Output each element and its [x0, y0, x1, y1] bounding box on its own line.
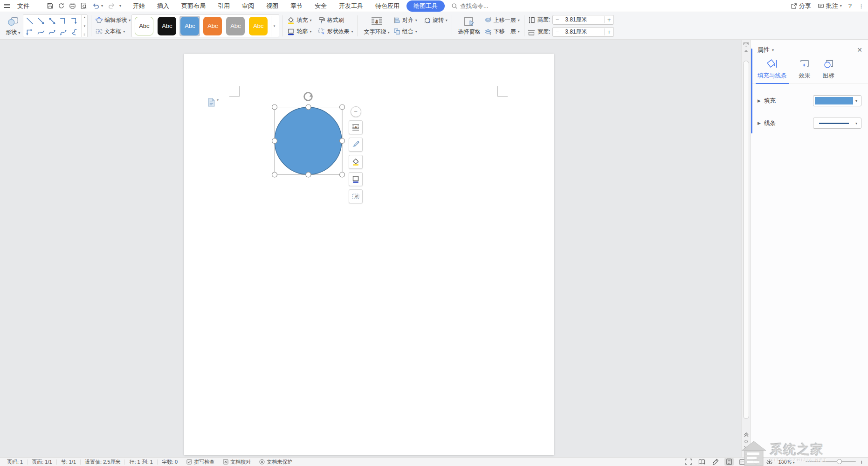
resize-handle-e[interactable]: [340, 139, 345, 144]
document-protection-button[interactable]: 文档未保护: [255, 459, 296, 466]
shape-effects-button[interactable]: 形状效果▾: [317, 27, 354, 36]
customize-toolbar-icon[interactable]: ▾: [119, 4, 121, 8]
style-yellow[interactable]: Abc: [249, 17, 268, 35]
zoom-slider[interactable]: [806, 461, 856, 462]
style-black[interactable]: Abc: [158, 17, 176, 35]
collapse-quick-toolbar-button[interactable]: −: [351, 106, 361, 117]
align-button[interactable]: 对齐▾: [393, 16, 418, 25]
width-value[interactable]: 3.81厘米: [562, 28, 604, 36]
shape-style-button[interactable]: [349, 138, 363, 152]
tab-references[interactable]: 引用: [213, 0, 235, 12]
search-input[interactable]: [460, 3, 511, 9]
next-page-icon[interactable]: [744, 446, 749, 451]
panel-close-icon[interactable]: ✕: [857, 47, 862, 53]
shape-fill-button[interactable]: [349, 155, 363, 169]
layout-options-button[interactable]: [349, 120, 363, 134]
undo-dropdown-arrow[interactable]: ▾: [101, 4, 103, 8]
style-orange[interactable]: Abc: [203, 17, 222, 35]
resize-handle-ne[interactable]: [340, 104, 345, 110]
abc-gallery-more-icon[interactable]: ▼: [273, 25, 276, 28]
vertical-scrollbar[interactable]: [741, 40, 751, 457]
outline-button[interactable]: 轮廓▾: [286, 27, 312, 36]
zoom-level-button[interactable]: 100% ▾: [778, 459, 795, 465]
bring-forward-button[interactable]: 上移一层▾: [483, 16, 521, 25]
tab-insert[interactable]: 插入: [152, 0, 174, 12]
gallery-more-icon[interactable]: ≡: [84, 33, 86, 36]
export-pdf-icon[interactable]: [58, 2, 65, 9]
shape-freeform-s[interactable]: [69, 27, 80, 37]
page-view-button[interactable]: [724, 458, 734, 466]
fill-color-dropdown[interactable]: ▾: [813, 95, 861, 106]
scroll-up-icon[interactable]: [744, 49, 748, 52]
read-mode-button[interactable]: [697, 458, 707, 466]
status-page-number[interactable]: 页码: 1: [3, 459, 27, 466]
undo-button[interactable]: ▾: [91, 2, 104, 10]
style-blue-selected[interactable]: Abc: [180, 17, 199, 35]
shape-line[interactable]: [25, 16, 35, 26]
web-layout-button[interactable]: [751, 458, 761, 466]
shape-outline-button[interactable]: [349, 172, 363, 186]
print-icon[interactable]: [69, 2, 76, 9]
circle-shape[interactable]: [275, 107, 342, 174]
redo-icon[interactable]: [108, 2, 115, 9]
selection-pane-button[interactable]: 选择窗格: [455, 14, 483, 38]
shape-elbow-arrow[interactable]: [69, 16, 80, 26]
tab-page-layout[interactable]: 页面布局: [176, 0, 211, 12]
shape-curved-arrow[interactable]: [47, 27, 57, 37]
gallery-scroll-down-icon[interactable]: ▼: [83, 25, 86, 28]
panel-tab-icon[interactable]: 图标: [823, 59, 834, 83]
command-search[interactable]: [451, 3, 511, 9]
share-button[interactable]: 分享: [791, 2, 811, 10]
resize-handle-nw[interactable]: [272, 104, 277, 110]
status-word-count[interactable]: 字数: 0: [158, 459, 182, 466]
panel-tab-effects[interactable]: 效果: [799, 59, 811, 83]
tab-view[interactable]: 视图: [261, 0, 283, 12]
document-area[interactable]: ▾: [0, 40, 741, 457]
rotate-handle[interactable]: [304, 93, 312, 101]
send-backward-button[interactable]: 下移一层▾: [483, 27, 521, 36]
text-wrap-button[interactable]: 文字环绕 ▾: [361, 14, 392, 38]
scrollbar-thumb[interactable]: [743, 61, 749, 419]
write-mode-button[interactable]: [711, 458, 720, 466]
save-icon[interactable]: [47, 2, 54, 9]
fill-dropdown-arrow[interactable]: ▾: [853, 99, 860, 103]
line-dropdown-arrow[interactable]: ▾: [853, 121, 860, 125]
tab-developer[interactable]: 开发工具: [334, 0, 368, 12]
shape-arrow[interactable]: [36, 16, 46, 26]
select-browse-object-button[interactable]: [744, 440, 748, 443]
print-preview-icon[interactable]: [80, 2, 87, 9]
height-value[interactable]: 3.81厘米: [562, 16, 604, 24]
text-wrap-quick-button[interactable]: A: [349, 189, 363, 203]
resize-handle-s[interactable]: [306, 172, 311, 177]
tab-review[interactable]: 审阅: [237, 0, 259, 12]
resize-handle-n[interactable]: [306, 104, 311, 110]
status-section[interactable]: 节: 1/1: [57, 459, 80, 466]
fullscreen-view-button[interactable]: [684, 458, 693, 466]
height-decrease-button[interactable]: −: [553, 16, 562, 23]
tab-home[interactable]: 开始: [128, 0, 150, 12]
resize-handle-sw[interactable]: [272, 172, 277, 177]
panel-tab-fill-lines[interactable]: 填充与线条: [758, 59, 787, 83]
shape-double-arrow[interactable]: [47, 16, 57, 26]
resize-handle-se[interactable]: [340, 172, 345, 177]
line-style-dropdown[interactable]: ▾: [813, 118, 861, 129]
comment-dropdown-arrow[interactable]: ▾: [840, 4, 842, 8]
document-page[interactable]: ▾: [184, 54, 554, 455]
zoom-slider-thumb[interactable]: [837, 459, 842, 464]
height-increase-button[interactable]: +: [604, 16, 613, 23]
style-gray[interactable]: Abc: [226, 17, 245, 35]
gallery-scroll-up-icon[interactable]: ▲: [83, 16, 86, 19]
spell-check-button[interactable]: 拼写检查: [182, 459, 219, 466]
edit-shape-button[interactable]: 编辑形状▾: [95, 16, 131, 25]
tab-drawing-tools[interactable]: 绘图工具: [406, 0, 445, 12]
more-options-icon[interactable]: ⋮: [858, 2, 864, 9]
tab-section[interactable]: 章节: [285, 0, 308, 12]
scroll-down-icon[interactable]: [744, 453, 748, 456]
main-menu-icon[interactable]: [4, 4, 10, 8]
width-decrease-button[interactable]: −: [553, 28, 562, 35]
document-options-arrow[interactable]: ▾: [217, 98, 219, 102]
fill-expand-icon[interactable]: ▶: [758, 98, 761, 103]
panel-title-dropdown-arrow[interactable]: ▾: [772, 48, 774, 52]
zoom-in-button[interactable]: +: [860, 459, 863, 466]
line-expand-icon[interactable]: ▶: [758, 121, 761, 125]
